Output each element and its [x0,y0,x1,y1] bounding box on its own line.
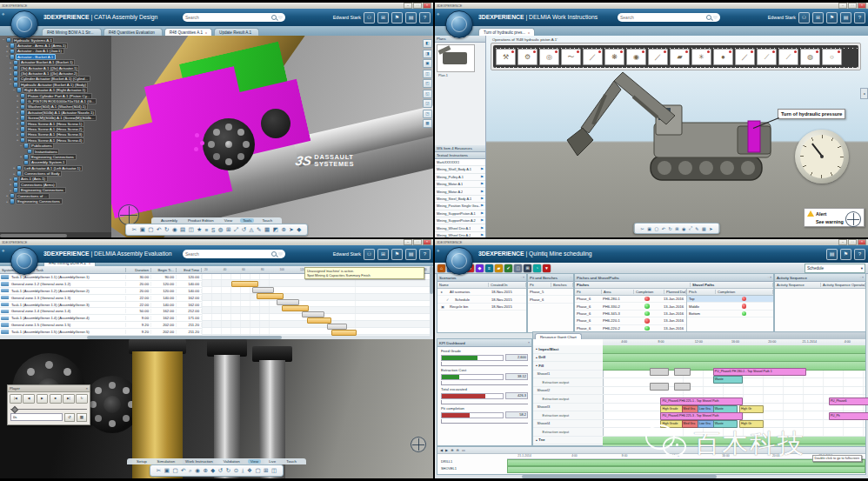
col-activity-sequence[interactable]: Activity Sequence [775,283,821,287]
operation-thumbnail[interactable]: ／ [648,49,668,65]
footer-tool-icon[interactable]: ▶ [445,448,448,452]
3d-viewport-assembly[interactable]: Player× |◀◀▶■▶|↻ ↺ ▦ [0,339,433,478]
gantt-bar[interactable] [252,287,275,293]
col-area[interactable]: Area [602,290,634,294]
compass-mini-icon[interactable]: ⌖ [2,11,4,17]
toolbar-icon[interactable]: ⊞ [524,264,531,272]
share-icon[interactable]: ⚑ [826,12,838,23]
pit-row[interactable]: Phase_5 [528,289,573,296]
toolbar-icon[interactable]: ◫ [514,264,522,272]
footer-schedule-band[interactable] [507,466,865,473]
scenario-row[interactable]: ▣ Recycle bin 18-Nov-2015 [437,304,526,311]
schedule-bar[interactable] [674,368,691,376]
tree-expander-icon[interactable]: + [16,138,19,142]
operation-thumbnail[interactable]: ◉ [626,49,646,65]
col-planned-date[interactable]: Planned Date [664,290,686,294]
tool-icon[interactable]: ↶ [662,226,665,231]
user-name[interactable]: Edward Stark [768,15,796,20]
maximize-button[interactable]: □ [848,239,857,245]
flag-icon[interactable]: ⚑ [480,197,484,201]
resources-section-header[interactable]: WS Item 4 Resources [435,145,485,152]
pitch-row[interactable]: Phase_6 PH6-345-3 13-Jan-2016 [575,311,686,317]
col-benches[interactable]: Benches [551,283,573,287]
minimize-button[interactable]: – [838,239,847,245]
resource-row-label[interactable]: Shovel3 [533,404,603,412]
flange-part[interactable] [203,118,255,170]
tree-expander-icon[interactable]: + [5,44,9,48]
resource-item[interactable]: Mining_Wheel Driv A.1 ⚑ [435,224,485,231]
tool-icon[interactable]: ◉ [682,226,685,231]
footer-tool-icon[interactable]: ⊖ [457,448,459,452]
gantt-table-row[interactable]: General zone.1.3 (General zone.1.3) 22.0… [0,295,202,302]
side-tool-icon[interactable]: ◳ [423,110,432,118]
pitches-tab[interactable]: Pitches and ShovelPaths [577,276,619,280]
collapse-panel-arrow[interactable]: ◂ [860,88,868,99]
document-tab[interactable]: R48 Quantities Evaluation [103,28,163,36]
help-icon[interactable]: ? [854,12,865,23]
resource-item[interactable]: Mining_Shell_Body A.1 ⚑ [435,166,485,173]
compass-mini-icon[interactable]: ⌖ [437,11,439,17]
player-options-icon[interactable]: ▦ [77,413,87,422]
operation-thumbnail[interactable]: ⟋ [778,49,798,65]
search-icon[interactable] [706,15,711,20]
gantt-vscrollbar[interactable] [430,266,433,336]
side-tool-icon[interactable]: ▦ [423,119,432,128]
view-compass[interactable] [411,437,426,452]
footer-tool-icon[interactable]: ▭ [462,448,465,452]
search-bar[interactable] [183,13,285,22]
tree-expander-icon[interactable]: + [12,166,16,170]
col-pit[interactable]: Pit [575,290,602,294]
tool-icon[interactable]: ⤢ [689,225,692,231]
dock-icons[interactable]: ▫ × [860,276,864,279]
resource-row-label[interactable]: Extraction output [533,428,603,437]
help-icon[interactable]: ? [419,12,431,23]
flag-icon[interactable]: ⚑ [480,182,484,186]
gantt-table-row[interactable]: General zone.1.5 (General zone.1.5) 9.20… [0,322,202,329]
3dexperience-compass-logo[interactable] [445,10,473,38]
view-compass[interactable] [845,211,861,227]
tool-icon[interactable]: ✂ [641,226,644,231]
footer-hscrollbar[interactable] [435,475,868,478]
mark-item[interactable]: MarkXXXXXX1 [435,159,485,166]
tree-arrow-icon[interactable]: ▴ [536,438,537,442]
player-time-field[interactable] [10,413,63,421]
tree-expander-icon[interactable]: + [9,177,12,181]
tree-expander-icon[interactable]: − [9,83,12,86]
help-icon[interactable]: ? [419,249,431,260]
tree-expander-icon[interactable]: + [9,77,12,81]
schedule-bar[interactable] [674,383,691,391]
user-icon[interactable]: ⚇ [364,249,375,260]
resource-item[interactable]: Mining_Steel_Body A.1 ⚑ [435,196,485,203]
tab-close-icon[interactable]: x [205,30,207,35]
search-icon[interactable] [271,251,277,257]
content-icon[interactable]: ▤ [405,249,417,260]
gantt-bar[interactable] [231,281,258,287]
tree-expander-icon[interactable]: + [9,183,12,186]
col-pitch[interactable]: Pitch [687,290,716,294]
pit-benches-tab[interactable]: Pit and Benches [530,276,558,280]
piston-head-1[interactable] [207,339,247,357]
tree-expander-icon[interactable]: + [16,133,19,137]
toolbar-icon[interactable]: ◆ [476,264,484,272]
3dexperience-compass-logo[interactable] [445,247,473,275]
gantt-table-row[interactable]: Task.1 (AssemblyGener.1.2) (AssemblyGene… [0,288,202,295]
flag-icon[interactable]: ⚑ [480,175,484,179]
player-slider[interactable] [10,406,87,411]
flag-icon[interactable]: ⚑ [480,211,484,216]
resource-item[interactable]: Mining_Motor A.1 ⚑ [435,181,485,188]
search-input[interactable] [185,15,270,20]
operation-thumbnail[interactable]: ◍ [800,49,820,65]
gantt-bar[interactable] [307,317,331,324]
gantt-table-row[interactable]: Task.1 (AssemblyGener.1.5) (AssemblyGene… [0,329,202,336]
close-button[interactable]: × [423,3,431,9]
player-header[interactable]: Player× [8,385,90,392]
toolbar-icon[interactable]: ▰ [495,264,503,272]
tree-expander-icon[interactable]: + [5,200,9,204]
player-transport-button[interactable]: ■ [50,394,62,404]
dock-icons[interactable]: ▫ × [768,276,771,279]
col-pit[interactable]: Pit [528,283,551,287]
operation-thumbnail[interactable]: ○ [822,49,842,65]
gantt-chart[interactable]: 20406080100120140160180200220240 Unassig… [202,266,430,336]
tool-icon[interactable]: ▣ [647,226,651,231]
kpi-close-icon[interactable]: × [528,341,530,344]
